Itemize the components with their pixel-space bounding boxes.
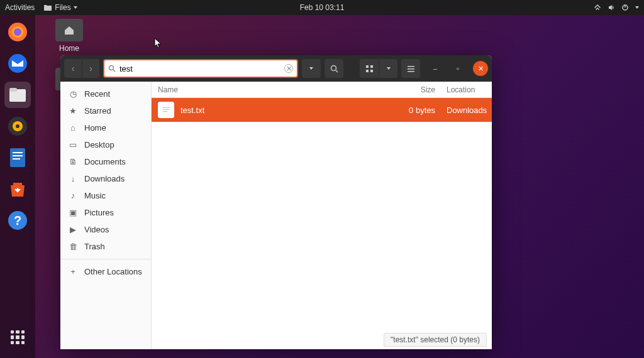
svg-point-5 — [8, 54, 27, 73]
svg-rect-14 — [13, 158, 20, 160]
forward-button[interactable]: › — [82, 59, 99, 78]
search-box[interactable]: ✕ — [103, 59, 298, 78]
sidebar: ◷Recent ★Starred ⌂Home ▭Desktop 🗎Documen… — [60, 82, 152, 349]
close-button[interactable]: ✕ — [473, 61, 488, 76]
dock-rhythmbox[interactable] — [4, 113, 31, 139]
sidebar-desktop[interactable]: ▭Desktop — [60, 136, 151, 153]
home-icon: ⌂ — [68, 123, 78, 133]
top-bar: Activities Files Feb 10 03:11 — [0, 0, 644, 15]
hamburger-menu-button[interactable] — [401, 59, 420, 78]
sidebar-recent[interactable]: ◷Recent — [60, 85, 151, 102]
maximize-button[interactable]: ▫ — [450, 61, 465, 76]
dock-software[interactable] — [4, 176, 31, 202]
clock-icon: ◷ — [68, 89, 78, 99]
svg-rect-11 — [10, 148, 25, 167]
svg-rect-22 — [370, 65, 373, 68]
sidebar-pictures[interactable]: ▣Pictures — [60, 204, 151, 221]
sidebar-label: Other Locations — [84, 267, 142, 276]
svg-text:?: ? — [14, 214, 21, 227]
sidebar-label: Music — [84, 191, 106, 200]
files-window: ‹ › ✕ – ▫ ✕ ◷Recent ★St — [60, 55, 492, 349]
svg-rect-29 — [163, 109, 169, 110]
sidebar-downloads[interactable]: ↓Downloads — [60, 170, 151, 187]
music-icon: ♪ — [68, 191, 78, 200]
desktop-home-label: Home — [50, 44, 88, 53]
sidebar-label: Pictures — [84, 208, 114, 217]
dock-writer[interactable] — [4, 144, 31, 171]
dock-help[interactable]: ? — [4, 207, 31, 234]
column-headers[interactable]: Name Size Location — [152, 82, 492, 98]
svg-rect-25 — [408, 66, 414, 67]
svg-rect-12 — [13, 152, 23, 153]
sidebar-label: Home — [84, 123, 106, 133]
svg-rect-26 — [408, 68, 414, 70]
app-menu[interactable]: Files — [43, 3, 77, 12]
search-toggle-button[interactable] — [325, 59, 343, 78]
file-list: Name Size Location test.txt 0 bytes Down… — [152, 82, 492, 349]
network-icon — [594, 4, 601, 11]
svg-point-4 — [14, 28, 21, 36]
sidebar-label: Documents — [84, 157, 126, 166]
clock[interactable]: Feb 10 03:11 — [300, 3, 345, 12]
sidebar-trash[interactable]: 🗑Trash — [60, 238, 151, 255]
pictures-icon: ▣ — [68, 208, 78, 217]
dock-firefox[interactable] — [4, 19, 31, 45]
chevron-down-icon — [74, 6, 77, 9]
sidebar-other-locations[interactable]: +Other Locations — [60, 263, 151, 280]
app-menu-label: Files — [55, 3, 70, 12]
clear-search-button[interactable]: ✕ — [284, 64, 293, 73]
folder-icon — [43, 4, 52, 11]
minimize-button[interactable]: – — [428, 61, 443, 76]
sidebar-label: Trash — [84, 242, 105, 251]
plus-icon: + — [68, 267, 78, 276]
svg-rect-30 — [163, 111, 167, 112]
search-input[interactable] — [119, 64, 280, 73]
chevron-down-icon — [635, 6, 639, 9]
sidebar-label: Videos — [84, 225, 109, 234]
svg-point-17 — [109, 66, 114, 70]
sidebar-starred[interactable]: ★Starred — [60, 102, 151, 119]
text-file-icon — [158, 102, 174, 118]
file-row[interactable]: test.txt 0 bytes Downloads — [152, 98, 492, 122]
sidebar-label: Desktop — [84, 140, 114, 149]
svg-rect-24 — [370, 70, 373, 72]
videos-icon: ▶ — [68, 225, 78, 234]
cursor-icon — [154, 38, 163, 49]
column-location[interactable]: Location — [441, 85, 492, 94]
view-grid-button[interactable] — [360, 59, 379, 78]
file-size: 0 bytes — [404, 106, 441, 115]
back-button[interactable]: ‹ — [64, 59, 82, 78]
svg-rect-28 — [163, 107, 169, 108]
sidebar-home[interactable]: ⌂Home — [60, 119, 151, 136]
sidebar-documents[interactable]: 🗎Documents — [60, 153, 151, 170]
svg-line-20 — [336, 70, 338, 72]
power-icon — [621, 4, 629, 11]
dock-show-apps[interactable] — [4, 324, 31, 350]
sidebar-videos[interactable]: ▶Videos — [60, 221, 151, 238]
activities-button[interactable]: Activities — [5, 3, 35, 12]
titlebar: ‹ › ✕ – ▫ ✕ — [60, 55, 492, 82]
svg-line-18 — [113, 70, 115, 72]
search-options-dropdown[interactable] — [302, 59, 321, 78]
desktop-home[interactable]: Home — [50, 19, 88, 53]
home-folder-icon — [55, 19, 83, 41]
sidebar-label: Starred — [84, 106, 111, 116]
system-tray[interactable] — [594, 4, 639, 11]
view-dropdown-button[interactable] — [379, 59, 397, 78]
documents-icon: 🗎 — [68, 157, 78, 166]
downloads-icon: ↓ — [68, 174, 78, 183]
sidebar-label: Recent — [84, 89, 110, 99]
file-name: test.txt — [180, 106, 404, 115]
sidebar-label: Downloads — [84, 174, 125, 183]
sidebar-separator — [60, 259, 151, 259]
svg-point-10 — [16, 124, 19, 128]
sidebar-music[interactable]: ♪Music — [60, 187, 151, 204]
status-bar: "test.txt" selected (0 bytes) — [384, 333, 487, 347]
dock-files[interactable] — [4, 82, 31, 108]
svg-point-19 — [331, 65, 336, 70]
svg-rect-13 — [13, 155, 23, 156]
column-name[interactable]: Name — [152, 85, 404, 94]
svg-rect-23 — [366, 70, 369, 72]
dock-thunderbird[interactable] — [4, 50, 31, 77]
column-size[interactable]: Size — [404, 85, 441, 94]
